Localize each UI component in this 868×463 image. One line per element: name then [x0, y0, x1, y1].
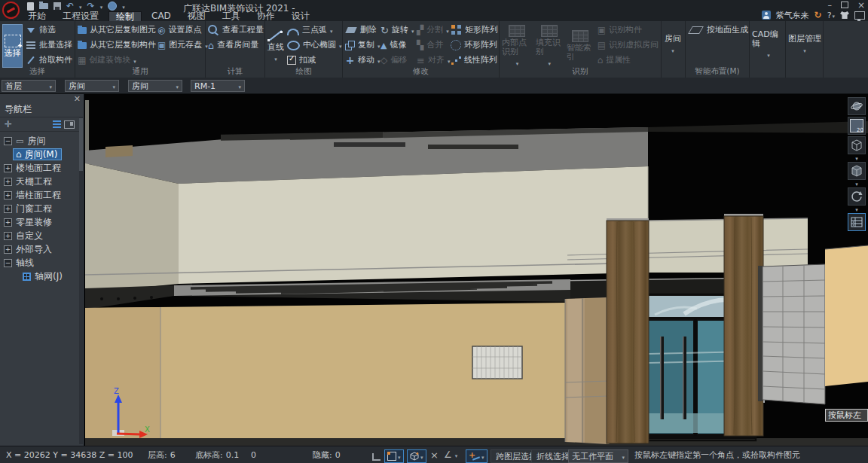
3d-viewport[interactable]: Z X 20 按鼠标左 — [85, 94, 868, 446]
theme-icon[interactable] — [840, 11, 849, 19]
copy-components-from-layer-button[interactable]: 从其它层复制构件 — [75, 38, 155, 53]
move-button[interactable]: +移动 — [343, 53, 378, 68]
angle-snap-toggle[interactable]: ∠ — [444, 446, 457, 463]
tree-item-wall-column-works[interactable]: 墙柱面工程 — [0, 188, 79, 202]
three-point-arc-button[interactable]: 三点弧 — [285, 23, 344, 38]
chevron-down-icon[interactable] — [855, 181, 858, 187]
line-button[interactable]: 直线 — [267, 24, 284, 68]
polar-tracking-button[interactable] — [466, 449, 487, 463]
help-button[interactable]: ? — [827, 11, 835, 20]
view-room-quantity-button[interactable]: 查看房间量 — [206, 38, 266, 53]
subcategory-select[interactable]: 房间 — [128, 80, 182, 92]
open-file-icon[interactable] — [39, 2, 48, 11]
batch-select-button[interactable]: 批量选择 — [23, 38, 75, 53]
generate-by-ground-button[interactable]: 按地面生成 — [686, 23, 750, 38]
line-array-button[interactable]: 线性阵列 — [448, 53, 500, 68]
tree-item-axis-grid[interactable]: 轴网(J) — [0, 270, 79, 283]
rect-array-button[interactable]: 矩形阵列 — [448, 23, 500, 38]
inner-point-recognize-button[interactable]: 内部点识别 — [502, 24, 533, 68]
center-ellipse-button[interactable]: 中心椭圆 — [285, 38, 344, 53]
minimize-button[interactable] — [827, 0, 832, 10]
app-logo-icon[interactable] — [2, 2, 20, 19]
extract-attribute-button[interactable]: 提属性 — [595, 53, 661, 68]
zoom-window-button[interactable]: 20 — [848, 117, 866, 135]
merge-button[interactable]: 合并 — [414, 38, 448, 53]
tab-cad[interactable]: CAD — [145, 11, 178, 21]
close-button[interactable] — [857, 0, 865, 11]
tab-view[interactable]: 视图 — [181, 11, 212, 21]
expand-icon[interactable] — [4, 205, 12, 213]
chevron-down-icon[interactable] — [100, 2, 103, 11]
user-avatar[interactable] — [762, 11, 771, 20]
collapse-icon[interactable] — [4, 137, 12, 145]
expand-icon[interactable] — [4, 245, 12, 254]
expand-icon[interactable] — [4, 191, 12, 200]
scrollbar[interactable] — [79, 117, 83, 444]
pan-icon[interactable]: ✛ — [5, 119, 12, 129]
workplane-select[interactable]: 无工作平面 — [568, 449, 628, 463]
tree-item-room[interactable]: 房间 — [0, 134, 79, 148]
expand-icon[interactable] — [4, 164, 12, 172]
collapse-icon[interactable] — [4, 259, 12, 267]
pick-component-button[interactable]: 拾取构件 — [23, 53, 75, 68]
tree-item-misc-decoration[interactable]: 零星装修 — [0, 215, 79, 229]
orbit-button[interactable] — [848, 97, 866, 115]
view-cube-button[interactable] — [848, 136, 866, 154]
tree-item-floor-works[interactable]: 楼地面工程 — [0, 161, 79, 175]
view-mode-button[interactable] — [848, 162, 866, 180]
ring-array-button[interactable]: 环形阵列 — [448, 38, 500, 53]
tree-item-ceiling-works[interactable]: 天棚工程 — [0, 175, 79, 188]
tab-project-settings[interactable]: 工程设置 — [56, 11, 105, 21]
fill-recognize-button[interactable]: 填充识别 — [536, 24, 564, 68]
cad-edit-button[interactable]: CAD编辑 — [752, 23, 785, 66]
chevron-down-icon[interactable] — [855, 207, 858, 212]
screen-icon[interactable] — [854, 11, 865, 20]
redo-button[interactable] — [87, 2, 95, 11]
selection-style-button[interactable] — [384, 449, 404, 463]
filter-button[interactable]: 筛选 — [23, 23, 75, 38]
save-element-button[interactable]: 图元存盘 — [155, 38, 210, 53]
panel-view-icon[interactable] — [64, 120, 75, 129]
chevron-down-icon[interactable] — [855, 156, 858, 161]
select-button[interactable]: 选择 — [2, 24, 23, 68]
maximize-button[interactable] — [841, 2, 848, 8]
smart-index-button[interactable]: 智能索引 — [567, 24, 594, 68]
view-style-button[interactable] — [407, 449, 426, 463]
tab-draw[interactable]: 绘制 — [108, 11, 142, 21]
save-icon[interactable] — [53, 2, 61, 11]
recognize-virtual-room-button[interactable]: 识别虚拟房间 — [595, 38, 661, 53]
sync-icon[interactable] — [815, 10, 822, 20]
tree-item-external-import[interactable]: 外部导入 — [0, 242, 79, 256]
mirror-button[interactable]: 镜像 — [378, 38, 414, 53]
recognize-component-button[interactable]: 识别构件 — [595, 23, 661, 38]
set-origin-button[interactable]: 设置原点 — [155, 23, 210, 38]
deduct-checkbox[interactable]: 扣减 — [285, 53, 344, 68]
list-view-icon[interactable] — [53, 120, 61, 122]
split-button[interactable]: 分割 — [414, 23, 448, 38]
chevron-down-icon[interactable] — [79, 2, 82, 11]
create-block-button[interactable]: 创建装饰块 — [75, 53, 155, 68]
align-button[interactable]: 对齐 — [414, 53, 448, 68]
new-file-icon[interactable] — [27, 2, 34, 11]
tab-tools[interactable]: 工具 — [215, 11, 247, 21]
snap-cross-toggle[interactable]: × — [430, 446, 439, 463]
layer-manage-button[interactable]: 图层管理 — [788, 23, 821, 66]
3d-model-canvas[interactable]: Z X — [85, 94, 868, 446]
category-select[interactable]: 房间 — [65, 80, 119, 92]
tab-start[interactable]: 开始 — [21, 11, 53, 21]
tree-item-axis[interactable]: 轴线 — [0, 256, 79, 270]
copy-button[interactable]: 复制 — [343, 38, 378, 53]
scrollbar-thumb[interactable] — [79, 118, 83, 171]
close-icon[interactable]: ✕ — [74, 95, 81, 103]
tree-item-custom[interactable]: 自定义 — [0, 229, 79, 242]
ortho-toggle[interactable] — [372, 449, 381, 463]
element-select[interactable]: RM-1 — [191, 80, 245, 92]
customize-toolbar-icon[interactable] — [122, 2, 125, 11]
view-quantity-button[interactable]: 查看工程量 — [206, 23, 266, 38]
tab-design[interactable]: 设计 — [285, 11, 316, 21]
expand-icon[interactable] — [4, 232, 12, 240]
tree-item-room-m[interactable]: 房间(M) — [0, 148, 79, 161]
tab-collaborate[interactable]: 协作 — [250, 11, 282, 21]
rotate-button[interactable]: 旋转 — [378, 23, 414, 38]
room-button[interactable]: 房间 — [662, 23, 683, 66]
